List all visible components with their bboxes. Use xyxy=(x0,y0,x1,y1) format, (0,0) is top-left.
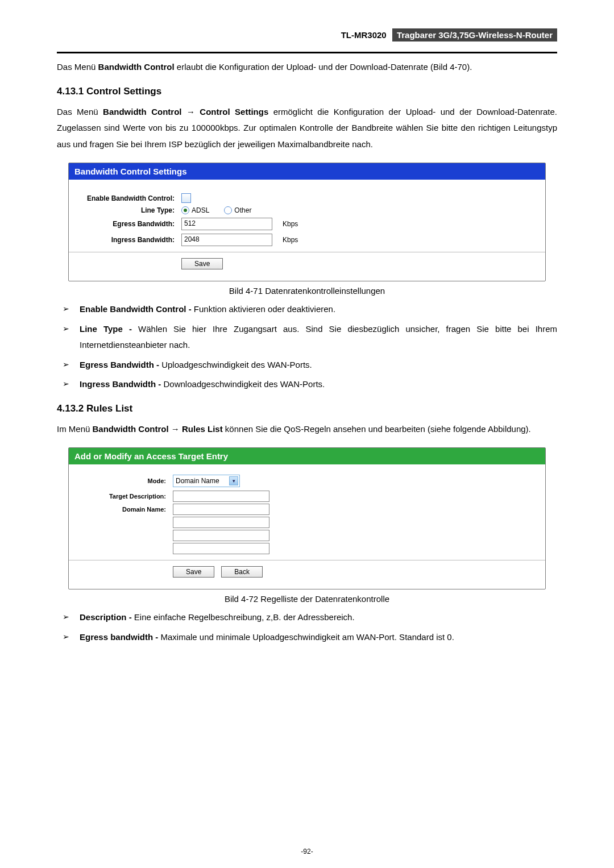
access-target-panel: Add or Modify an Access Target Entry Mod… xyxy=(68,447,546,589)
line-type-other-radio[interactable] xyxy=(224,206,232,214)
text-bold: Bandwidth Control → Rules List xyxy=(93,424,223,434)
domain-name-input-3[interactable] xyxy=(173,530,269,541)
text: Das Menü xyxy=(57,62,98,72)
header-model: TL-MR3020 xyxy=(338,29,390,41)
mode-select[interactable]: Domain Name ▾ xyxy=(173,475,240,487)
egress-bandwidth-input[interactable]: 512 xyxy=(181,218,272,230)
text: Maximale und minimale Uploadgeschwindigk… xyxy=(161,632,454,642)
list-item: Enable Bandwidth Control - Funktion akti… xyxy=(60,301,557,318)
text: Downloadgeschwindigkeit des WAN-Ports. xyxy=(164,379,325,389)
save-button[interactable]: Save xyxy=(181,258,223,269)
panel-title: Add or Modify an Access Target Entry xyxy=(69,448,545,464)
domain-name-input-2[interactable] xyxy=(173,517,269,528)
domain-name-input-4[interactable] xyxy=(173,543,269,554)
radio-label-other: Other xyxy=(234,206,251,214)
back-button[interactable]: Back xyxy=(221,566,263,578)
select-value: Domain Name xyxy=(176,477,219,485)
bullet-list-1: Enable Bandwidth Control - Funktion akti… xyxy=(57,301,557,393)
bandwidth-control-panel: Bandwidth Control Settings Enable Bandwi… xyxy=(68,163,546,281)
domain-name-input-1[interactable] xyxy=(173,504,269,515)
list-item: Description - Eine einfache Regelbeschre… xyxy=(60,609,557,626)
section-heading-rules-list: 4.13.2 Rules List xyxy=(57,403,557,414)
list-item: Egress bandwidth - Maximale und minimale… xyxy=(60,629,557,646)
target-description-input[interactable] xyxy=(173,491,269,502)
line-type-adsl-radio[interactable] xyxy=(181,206,189,214)
save-button[interactable]: Save xyxy=(173,566,214,578)
chevron-down-icon: ▾ xyxy=(229,476,238,485)
text: Im Menü xyxy=(57,424,93,434)
enable-bandwidth-checkbox[interactable] xyxy=(181,193,191,203)
list-item: Line Type - Wählen Sie hier Ihre Zugangs… xyxy=(60,321,557,354)
text: erlaubt die Konfiguration der Upload- un… xyxy=(175,62,472,72)
text: Uploadgeschwindigkeit des WAN-Ports. xyxy=(161,360,312,369)
text-bold: Description - xyxy=(80,612,134,622)
bullet-list-2: Description - Eine einfache Regelbeschre… xyxy=(57,609,557,645)
unit-kbps: Kbps xyxy=(283,236,298,244)
label-line-type: Line Type: xyxy=(78,206,181,214)
text: Eine einfache Regelbeschreibung, z,B. de… xyxy=(134,612,355,622)
text-bold: Enable Bandwidth Control - xyxy=(80,304,194,314)
label-mode: Mode: xyxy=(78,477,173,484)
page-number: -92- xyxy=(0,848,614,855)
ingress-bandwidth-input[interactable]: 2048 xyxy=(181,234,272,246)
text: Wählen Sie hier Ihre Zugangsart aus. Sin… xyxy=(80,324,557,350)
text-bold: Egress Bandwidth - xyxy=(80,360,161,369)
header-subtitle: Tragbarer 3G/3,75G-Wireless-N-Router xyxy=(392,28,557,41)
text: Funktion aktivieren oder deaktivieren. xyxy=(194,304,335,314)
panel-title: Bandwidth Control Settings xyxy=(69,163,545,180)
figure-caption-1: Bild 4-71 Datenratenkontrolleinstellunge… xyxy=(57,286,557,296)
text-bold: Egress bandwidth - xyxy=(80,632,161,642)
figure-caption-2: Bild 4-72 Regelliste der Datenratenkontr… xyxy=(57,594,557,604)
text-bold: Bandwidth Control xyxy=(98,62,175,72)
unit-kbps: Kbps xyxy=(283,220,298,228)
label-enable-bandwidth: Enable Bandwidth Control: xyxy=(78,194,181,202)
section-heading-control-settings: 4.13.1 Control Settings xyxy=(57,86,557,97)
text: Das Menü xyxy=(57,107,103,117)
label-target-description: Target Description: xyxy=(78,493,173,500)
radio-label-adsl: ADSL xyxy=(192,206,209,214)
text-bold: Ingress Bandwidth - xyxy=(80,379,164,389)
label-domain-name: Domain Name: xyxy=(78,506,173,513)
label-egress: Egress Bandwidth: xyxy=(78,220,181,228)
intro-paragraph: Das Menü Bandwidth Control erlaubt die K… xyxy=(57,59,557,76)
section2-paragraph: Im Menü Bandwidth Control → Rules List k… xyxy=(57,421,557,438)
header-rule xyxy=(57,52,557,53)
text-bold: Bandwidth Control → Control Settings xyxy=(103,107,268,117)
list-item: Ingress Bandwidth - Downloadgeschwindigk… xyxy=(60,376,557,393)
section1-paragraph: Das Menü Bandwidth Control → Control Set… xyxy=(57,104,557,153)
label-ingress: Ingress Bandwidth: xyxy=(78,236,181,244)
list-item: Egress Bandwidth - Uploadgeschwindigkeit… xyxy=(60,357,557,373)
text-bold: Line Type - xyxy=(80,324,138,334)
text: können Sie die QoS-Regeln ansehen und be… xyxy=(223,424,531,434)
